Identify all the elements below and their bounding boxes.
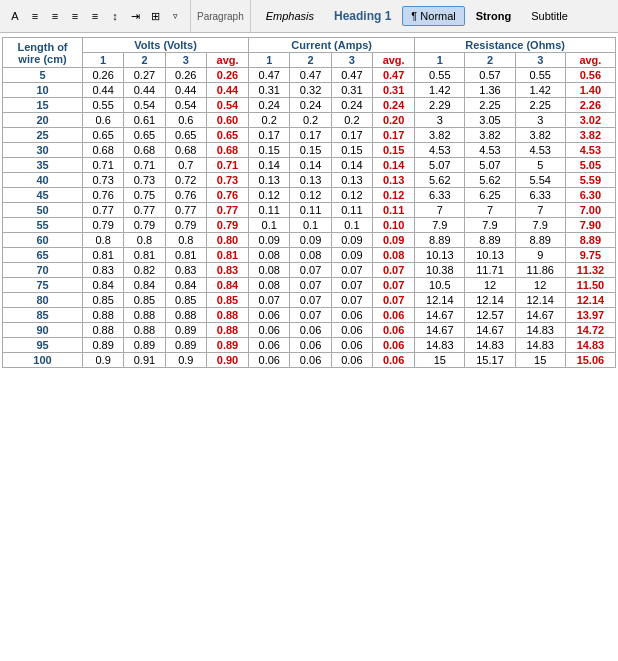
align-center-btn[interactable]: ≡ <box>46 7 64 25</box>
length-cell: 30 <box>3 143 83 158</box>
resistance-cell: 7.9 <box>415 218 465 233</box>
length-cell: 50 <box>3 203 83 218</box>
current-cell: 0.09 <box>331 233 372 248</box>
volt-cell: 0.9 <box>165 353 206 368</box>
volt-cell: 0.44 <box>124 83 165 98</box>
current-cell: 0.14 <box>331 158 372 173</box>
resistance-cell: 7 <box>415 203 465 218</box>
current-cell: 0.13 <box>249 173 290 188</box>
table-row: 550.790.790.790.790.10.10.10.107.97.97.9… <box>3 218 616 233</box>
current-cell: 0.17 <box>331 128 372 143</box>
volt-cell: 0.65 <box>165 128 206 143</box>
length-cell: 25 <box>3 128 83 143</box>
current-cell: 0.47 <box>331 68 372 83</box>
resistance-avg-cell: 11.50 <box>565 278 615 293</box>
resistance-avg-cell: 9.75 <box>565 248 615 263</box>
volt-cell: 0.65 <box>83 128 124 143</box>
length-cell: 95 <box>3 338 83 353</box>
resistance-cell: 14.67 <box>515 308 565 323</box>
resistance-cell: 3.82 <box>515 128 565 143</box>
volt-avg-cell: 0.85 <box>206 293 248 308</box>
current-cell: 0.12 <box>290 188 331 203</box>
current-cell: 0.14 <box>290 158 331 173</box>
volt-cell: 0.65 <box>124 128 165 143</box>
volt-cell: 0.79 <box>83 218 124 233</box>
heading1-btn[interactable]: Heading 1 <box>325 5 400 27</box>
current-avg-cell: 0.09 <box>373 233 415 248</box>
current-cell: 0.15 <box>290 143 331 158</box>
current-cell: 0.06 <box>249 353 290 368</box>
resistance-avg-cell: 15.06 <box>565 353 615 368</box>
current-cell: 0.08 <box>290 248 331 263</box>
length-header: Length of wire (cm) <box>3 38 83 68</box>
current-cell: 0.06 <box>331 353 372 368</box>
align-left-btn[interactable]: ≡ <box>26 7 44 25</box>
table-row: 900.880.880.890.880.060.060.060.0614.671… <box>3 323 616 338</box>
volt-cell: 0.82 <box>124 263 165 278</box>
resistance-cell: 14.83 <box>515 323 565 338</box>
current-header: Current (Amps) <box>249 38 415 53</box>
normal-btn[interactable]: ¶ Normal <box>402 6 464 26</box>
font-color-btn[interactable]: A <box>6 7 24 25</box>
current-cell: 0.24 <box>249 98 290 113</box>
volt-cell: 0.81 <box>165 248 206 263</box>
table-btn[interactable]: ⊞ <box>146 7 164 25</box>
resistance-cell: 0.57 <box>465 68 515 83</box>
volt-avg-cell: 0.73 <box>206 173 248 188</box>
sub-header: 2 <box>465 53 515 68</box>
current-cell: 0.12 <box>331 188 372 203</box>
length-cell: 70 <box>3 263 83 278</box>
length-cell: 60 <box>3 233 83 248</box>
resistance-avg-cell: 13.97 <box>565 308 615 323</box>
current-cell: 0.11 <box>331 203 372 218</box>
volt-cell: 0.83 <box>83 263 124 278</box>
resistance-cell: 6.33 <box>415 188 465 203</box>
volt-cell: 0.79 <box>165 218 206 233</box>
volt-cell: 0.88 <box>83 323 124 338</box>
current-cell: 0.09 <box>290 233 331 248</box>
indent-btn[interactable]: ⇥ <box>126 7 144 25</box>
resistance-cell: 12 <box>515 278 565 293</box>
align-right-btn[interactable]: ≡ <box>66 7 84 25</box>
subtitle-btn[interactable]: Subtitle <box>522 6 577 26</box>
resistance-cell: 11.86 <box>515 263 565 278</box>
line-spacing-btn[interactable]: ↕ <box>106 7 124 25</box>
sub-header: 1 <box>83 53 124 68</box>
volt-cell: 0.54 <box>165 98 206 113</box>
volt-cell: 0.72 <box>165 173 206 188</box>
current-cell: 0.07 <box>331 293 372 308</box>
current-avg-cell: 0.20 <box>373 113 415 128</box>
resistance-cell: 5.07 <box>465 158 515 173</box>
resistance-cell: 1.36 <box>465 83 515 98</box>
resistance-cell: 15 <box>515 353 565 368</box>
current-avg-cell: 0.24 <box>373 98 415 113</box>
volt-cell: 0.84 <box>124 278 165 293</box>
resistance-avg-cell: 0.56 <box>565 68 615 83</box>
current-cell: 0.2 <box>331 113 372 128</box>
current-avg-cell: 0.17 <box>373 128 415 143</box>
volt-cell: 0.88 <box>165 308 206 323</box>
length-cell: 55 <box>3 218 83 233</box>
volt-cell: 0.77 <box>124 203 165 218</box>
expand-para-btn[interactable]: ▿ <box>166 7 184 25</box>
current-avg-cell: 0.08 <box>373 248 415 263</box>
volt-cell: 0.76 <box>83 188 124 203</box>
volt-cell: 0.44 <box>165 83 206 98</box>
strong-btn[interactable]: Strong <box>467 6 520 26</box>
length-cell: 45 <box>3 188 83 203</box>
current-avg-cell: 0.13 <box>373 173 415 188</box>
emphasis-btn[interactable]: Emphasis <box>257 6 323 26</box>
current-cell: 0.47 <box>249 68 290 83</box>
resistance-avg-cell: 5.59 <box>565 173 615 188</box>
resistance-avg-cell: 14.72 <box>565 323 615 338</box>
align-justify-btn[interactable]: ≡ <box>86 7 104 25</box>
sub-header: 3 <box>165 53 206 68</box>
length-cell: 65 <box>3 248 83 263</box>
table-row: 500.770.770.770.770.110.110.110.117777.0… <box>3 203 616 218</box>
resistance-avg-cell: 7.90 <box>565 218 615 233</box>
length-cell: 15 <box>3 98 83 113</box>
volt-avg-cell: 0.77 <box>206 203 248 218</box>
table-row: 400.730.730.720.730.130.130.130.135.625.… <box>3 173 616 188</box>
length-cell: 35 <box>3 158 83 173</box>
current-avg-cell: 0.10 <box>373 218 415 233</box>
